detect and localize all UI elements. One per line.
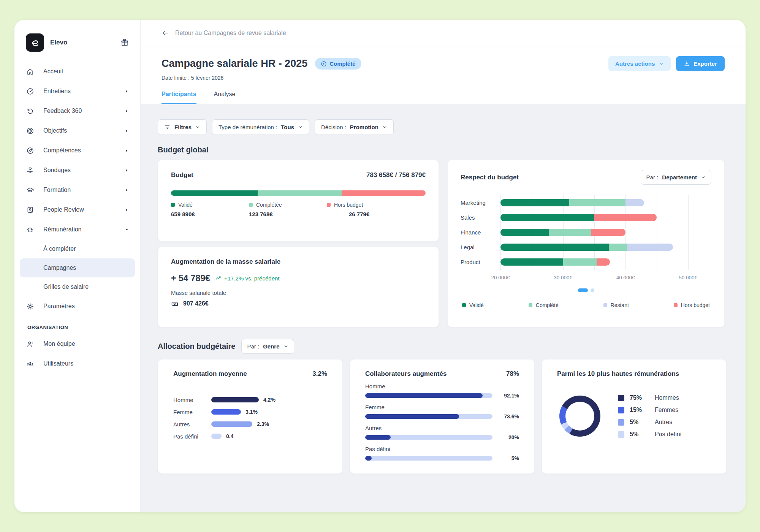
sidebar-item-objectifs[interactable]: Objectifs <box>20 121 135 141</box>
legend-text: Hommes <box>655 394 679 401</box>
legend-swatch <box>618 395 624 401</box>
value-label: 2.3% <box>257 421 269 427</box>
sidebar-subitem-grilles-de-salaire[interactable]: Grilles de salaire <box>20 277 135 296</box>
legend-text: Validé <box>178 202 193 208</box>
budget-legend-valide: Validé659 890€ <box>171 202 249 217</box>
chevron-down-icon <box>283 344 288 349</box>
respect-budget-chart: MarketingSalesFinanceLegalProduct 20 000… <box>461 195 711 282</box>
legend-text: Validé <box>469 302 484 308</box>
tab-participants[interactable]: Participants <box>162 91 196 104</box>
sidebar-item-parametres[interactable]: Paramètres <box>20 296 135 316</box>
chevron-right-icon <box>125 188 129 192</box>
pagination-dot[interactable] <box>591 288 594 292</box>
topbar: Retour au Campagnes de revue salariale <box>141 20 746 46</box>
chevron-right-icon <box>125 149 129 153</box>
legend-swatch <box>674 303 678 307</box>
legend-value: 26 779€ <box>327 211 369 217</box>
bar-segment-valide <box>500 244 609 251</box>
filter-row: Filtres Type de rémunération :Tous Décis… <box>158 119 725 135</box>
status-badge: Complété <box>315 58 361 70</box>
sidebar-item-remuneration[interactable]: Rémunération <box>20 220 135 239</box>
sidebar-item-formation[interactable]: Formation <box>20 180 135 200</box>
am-row-femme: Femme3.1% <box>173 406 327 418</box>
legend-value: 659 890€ <box>171 211 249 217</box>
legend-text: Complété <box>536 302 559 308</box>
filtres-chip[interactable]: Filtres <box>158 119 207 135</box>
elevo-logo[interactable] <box>26 33 44 52</box>
bar-segment-valide <box>500 199 569 206</box>
sidebar-header: Elevo <box>14 33 140 52</box>
exporter-button[interactable]: Exporter <box>676 56 725 71</box>
legend-item-restant: Restant <box>603 302 629 308</box>
top-remunerations-title: Parmi les 10 plus hautes rémunérations <box>557 370 711 378</box>
respect-card-title: Respect du budget <box>461 174 519 181</box>
legend-swatch <box>327 203 331 207</box>
stacked-bar <box>500 214 657 221</box>
sidebar-item-people-review[interactable]: People Review <box>20 200 135 220</box>
sidebar-item-label: Mon équipe <box>43 340 129 347</box>
sidebar-item-feedback-360[interactable]: Feedback 360 <box>20 101 135 121</box>
stacked-bar <box>500 199 644 206</box>
sidebar-item-label: Rémunération <box>43 226 125 233</box>
sidebar-item-entretiens[interactable]: Entretiens <box>20 81 135 101</box>
category-label: Femme <box>173 409 211 415</box>
back-arrow-icon[interactable] <box>162 29 169 37</box>
page-title: Campagne salariale HR - 2025 <box>162 58 307 70</box>
sidebar-item-label: Formation <box>43 187 125 193</box>
filter-chip-type-remuneration[interactable]: Type de rémunération :Tous <box>212 119 309 135</box>
pagination-dot-active[interactable] <box>578 288 588 292</box>
budget-progress-bar <box>171 190 426 196</box>
budget-legend-completee: Complétée123 768€ <box>249 202 327 217</box>
gift-icon[interactable] <box>120 38 129 47</box>
legend-swatch <box>171 203 175 207</box>
am-row-homme: Homme4.2% <box>173 394 327 406</box>
app-window: Elevo AcceuilEntretiensFeedback 360Objec… <box>14 20 746 512</box>
donut-legend-autres: 5%Autres <box>618 419 681 426</box>
sidebar-item-label: Entretiens <box>43 88 125 95</box>
sidebar-subitem-a-completer[interactable]: À compléter <box>20 239 135 258</box>
donut-legend-femmes: 15%Femmes <box>618 407 681 413</box>
filter-chip-decision[interactable]: Décision :Promotion <box>315 119 394 135</box>
masse-subtitle: Masse salariale totale <box>171 290 426 296</box>
sidebar-item-acceuil[interactable]: Acceuil <box>20 62 135 81</box>
filter-icon <box>164 124 171 130</box>
ca-row-autres: Autres20% <box>365 425 519 440</box>
am-row-autres: Autres2.3% <box>173 418 327 430</box>
tab-analyse[interactable]: Analyse <box>214 91 236 104</box>
budget-segment-valide <box>171 190 258 196</box>
sidebar-item-mon-equipe[interactable]: Mon équipe <box>20 334 135 354</box>
groupby-departement-dropdown[interactable]: Par :Departement <box>641 170 711 185</box>
bar-track <box>500 199 707 206</box>
bar-row: 5% <box>365 455 519 461</box>
legend-item-complete: Complété <box>529 302 559 308</box>
ca-row-homme: Homme92.1% <box>365 383 519 399</box>
bar-track <box>365 456 492 461</box>
chart-row-finance: Finance <box>461 225 711 240</box>
respect-budget-legend: ValidéComplétéRestantHors budget <box>461 302 711 308</box>
legend-pct: 75% <box>630 394 649 401</box>
sidebar-item-sondages[interactable]: Sondages <box>20 160 135 180</box>
sidebar-item-utilisateurs[interactable]: Utilisateurs <box>20 354 135 374</box>
value-bar <box>211 409 241 415</box>
budget-card-title: Budget <box>171 171 193 179</box>
breadcrumb[interactable]: Retour au Campagnes de revue salariale <box>175 30 286 36</box>
sidebar-subitem-campagnes[interactable]: Campagnes <box>20 258 135 277</box>
sidebar-item-label: Sondages <box>43 167 125 174</box>
legend-swatch <box>249 203 253 207</box>
legend-value: 123 768€ <box>249 211 327 217</box>
groupby-genre-dropdown[interactable]: Par :Genre <box>241 339 294 354</box>
sidebar: Elevo AcceuilEntretiensFeedback 360Objec… <box>14 20 141 512</box>
chart-row-marketing: Marketing <box>461 195 711 210</box>
sidebar-item-label: Compétences <box>43 147 125 154</box>
chevron-down-icon <box>195 125 200 130</box>
donut-chart <box>559 396 600 437</box>
bar-fill <box>365 435 391 440</box>
autres-actions-button[interactable]: Autres actions <box>608 56 671 71</box>
brand-name: Elevo <box>50 39 120 46</box>
sidebar-item-competences[interactable]: Compétences <box>20 141 135 160</box>
bar-track <box>500 244 707 251</box>
top-remunerations-card: Parmi les 10 plus hautes rémunérations 7… <box>542 359 727 474</box>
legend-swatch <box>618 407 624 413</box>
am-row-pas-defini: Pas défini0.4 <box>173 430 327 442</box>
legend-swatch <box>529 303 532 307</box>
